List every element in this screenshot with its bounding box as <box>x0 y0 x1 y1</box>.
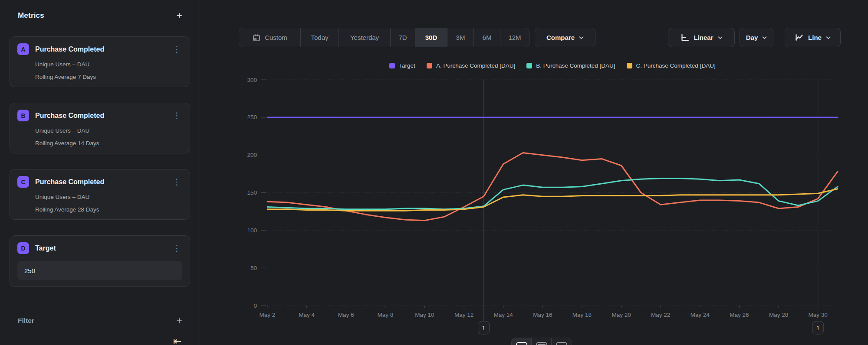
y-axis-label: 250 <box>247 114 257 120</box>
annotation-badge-label: 1 <box>482 325 485 332</box>
series-C. Purchase Completed [DAU] <box>267 189 838 211</box>
metric-card-c-header: C Purchase Completed ⋮ <box>17 176 182 188</box>
x-axis-label: May 16 <box>533 312 552 318</box>
metric-card-a[interactable]: A Purchase Completed ⋮ Unique Users – DA… <box>10 36 190 87</box>
metric-card-b-header: B Purchase Completed ⋮ <box>17 110 182 121</box>
view-toggle-chart[interactable] <box>512 338 532 345</box>
kebab-menu-icon[interactable]: ⋮ <box>171 112 182 120</box>
metric-measure: Unique Users – DAU <box>35 61 182 68</box>
metric-badge-c: C <box>17 176 29 188</box>
add-metric-icon[interactable]: + <box>177 11 182 20</box>
x-axis-label: May 2 <box>260 312 276 318</box>
collapse-sidebar-icon[interactable]: ⇤ <box>173 335 181 345</box>
add-filter-icon[interactable]: + <box>177 316 182 325</box>
metric-rolling: Rolling Average 7 Days <box>35 74 182 80</box>
x-axis-label: May 30 <box>809 312 828 318</box>
filter-section: Filter + <box>18 316 182 325</box>
metric-measure: Unique Users – DAU <box>35 194 182 200</box>
metric-card-c[interactable]: C Purchase Completed ⋮ Unique Users – DA… <box>10 169 190 220</box>
metric-card-a-header: A Purchase Completed ⋮ <box>17 43 182 55</box>
view-toggle-table[interactable] <box>552 338 572 345</box>
target-value-input[interactable] <box>17 261 182 280</box>
kebab-menu-icon[interactable]: ⋮ <box>171 46 182 53</box>
split-view-icon <box>536 342 547 345</box>
x-axis-label: May 12 <box>454 312 473 318</box>
x-axis-label: May 18 <box>572 312 592 318</box>
metric-rolling: Rolling Average 14 Days <box>35 140 182 146</box>
x-axis-label: May 8 <box>377 312 393 318</box>
x-axis-label: May 4 <box>299 312 315 318</box>
metric-title: Purchase Completed <box>35 112 171 120</box>
x-axis-label: May 20 <box>612 312 631 318</box>
y-axis-label: 100 <box>247 227 257 234</box>
y-axis-label: 0 <box>253 303 257 309</box>
chart-view-toggle <box>511 338 572 345</box>
metric-card-b[interactable]: B Purchase Completed ⋮ Unique Users – DA… <box>10 103 190 153</box>
y-axis-label: 200 <box>247 152 257 158</box>
sidebar-header: Metrics + <box>18 10 182 21</box>
series-B. Purchase Completed [DAU] <box>267 179 838 209</box>
target-card[interactable]: D Target ⋮ <box>10 235 190 287</box>
y-axis-label: 150 <box>247 189 257 196</box>
annotation-badge-label: 1 <box>816 325 820 332</box>
metric-measure: Unique Users – DAU <box>35 127 182 134</box>
table-view-icon <box>556 342 567 345</box>
y-axis-label: 300 <box>247 77 257 83</box>
chart-view-icon <box>516 342 527 345</box>
metrics-sidebar: Metrics + A Purchase Completed ⋮ Unique … <box>0 0 200 345</box>
sidebar-title: Metrics <box>18 11 44 20</box>
metric-badge-d: D <box>17 242 29 254</box>
metric-title: Purchase Completed <box>35 178 171 186</box>
x-axis-label: May 14 <box>494 312 513 318</box>
x-axis-label: May 6 <box>338 312 354 318</box>
metric-badge-b: B <box>17 110 29 121</box>
x-axis-label: May 22 <box>651 312 670 318</box>
line-chart: 050100150200250300May 2May 4May 6May 8Ma… <box>200 0 868 345</box>
metric-rolling: Rolling Average 28 Days <box>35 206 182 213</box>
y-axis-label: 50 <box>250 265 257 271</box>
kebab-menu-icon[interactable]: ⋮ <box>171 244 182 252</box>
x-axis-label: May 26 <box>730 312 749 318</box>
kebab-menu-icon[interactable]: ⋮ <box>171 178 182 186</box>
metric-title: Purchase Completed <box>35 46 171 53</box>
target-card-header: D Target ⋮ <box>17 242 182 254</box>
sidebar-divider <box>0 331 200 331</box>
target-title: Target <box>35 244 171 252</box>
view-toggle-split[interactable] <box>532 338 552 345</box>
filter-label: Filter <box>18 317 34 325</box>
x-axis-label: May 10 <box>415 312 434 318</box>
x-axis-label: May 28 <box>769 312 788 318</box>
metric-badge-a: A <box>17 43 29 55</box>
x-axis-label: May 24 <box>690 312 710 318</box>
